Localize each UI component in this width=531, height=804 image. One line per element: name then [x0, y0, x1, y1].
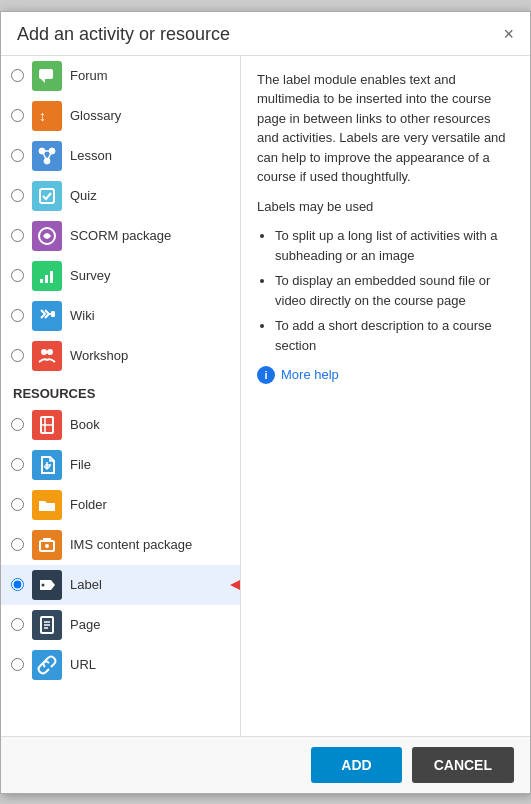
- lesson-icon: [32, 141, 62, 171]
- svg-rect-11: [40, 279, 43, 283]
- radio-url[interactable]: [11, 658, 24, 671]
- svg-marker-24: [230, 565, 241, 605]
- resources-section-label: RESOURCES: [1, 376, 240, 405]
- activity-item-quiz[interactable]: Quiz: [1, 176, 240, 216]
- radio-glossary[interactable]: [11, 109, 24, 122]
- lesson-label: Lesson: [70, 148, 112, 163]
- svg-point-15: [41, 349, 47, 355]
- activity-item-forum[interactable]: Forum: [1, 56, 240, 96]
- close-button[interactable]: ×: [503, 25, 514, 43]
- radio-file[interactable]: [11, 458, 24, 471]
- activity-item-workshop[interactable]: Workshop: [1, 336, 240, 376]
- cancel-button[interactable]: CANCEL: [412, 747, 514, 783]
- radio-page[interactable]: [11, 618, 24, 631]
- book-label: Book: [70, 417, 100, 432]
- url-label: URL: [70, 657, 96, 672]
- glossary-icon: ↕: [32, 101, 62, 131]
- scorm-label: SCORM package: [70, 228, 171, 243]
- workshop-label: Workshop: [70, 348, 128, 363]
- bullet-2: To display an embedded sound file or vid…: [275, 271, 514, 310]
- add-button[interactable]: ADD: [311, 747, 401, 783]
- svg-point-16: [47, 349, 53, 355]
- radio-wiki[interactable]: [11, 309, 24, 322]
- folder-icon: [32, 490, 62, 520]
- more-help-container: i More help: [257, 365, 514, 385]
- survey-label: Survey: [70, 268, 110, 283]
- radio-scorm[interactable]: [11, 229, 24, 242]
- modal-body: Forum ↕ Glossary: [1, 56, 530, 736]
- ims-icon: [32, 530, 62, 560]
- left-panel: Forum ↕ Glossary: [1, 56, 241, 736]
- radio-folder[interactable]: [11, 498, 24, 511]
- wiki-icon: [32, 301, 62, 331]
- radio-forum[interactable]: [11, 69, 24, 82]
- radio-ims[interactable]: [11, 538, 24, 551]
- label-icon: [32, 570, 62, 600]
- scorm-icon: [32, 221, 62, 251]
- resource-item-file[interactable]: File: [1, 445, 240, 485]
- description-bullet-intro: Labels may be used: [257, 197, 514, 217]
- svg-rect-14: [51, 311, 55, 317]
- description-text1: The label module enables text and multim…: [257, 70, 514, 187]
- file-icon: [32, 450, 62, 480]
- bullet-3: To add a short description to a course s…: [275, 316, 514, 355]
- label-label: Label: [70, 577, 102, 592]
- forum-icon: [32, 61, 62, 91]
- radio-lesson[interactable]: [11, 149, 24, 162]
- resource-item-folder[interactable]: Folder: [1, 485, 240, 525]
- quiz-icon: [32, 181, 62, 211]
- file-label: File: [70, 457, 91, 472]
- modal-dialog: Add an activity or resource × Forum: [0, 11, 531, 794]
- svg-rect-9: [40, 189, 54, 203]
- page-label: Page: [70, 617, 100, 632]
- radio-label[interactable]: [11, 578, 24, 591]
- svg-text:↕: ↕: [39, 108, 46, 124]
- activity-item-survey[interactable]: Survey: [1, 256, 240, 296]
- resource-item-ims[interactable]: IMS content package: [1, 525, 240, 565]
- book-icon: [32, 410, 62, 440]
- right-panel: The label module enables text and multim…: [241, 56, 530, 736]
- svg-rect-12: [45, 275, 48, 283]
- activity-item-glossary[interactable]: ↕ Glossary: [1, 96, 240, 136]
- page-icon: [32, 610, 62, 640]
- description-bullets: To split up a long list of activities wi…: [275, 226, 514, 355]
- resource-item-label[interactable]: Label: [1, 565, 240, 605]
- bullet-1: To split up a long list of activities wi…: [275, 226, 514, 265]
- workshop-icon: [32, 341, 62, 371]
- radio-survey[interactable]: [11, 269, 24, 282]
- activity-item-wiki[interactable]: Wiki: [1, 296, 240, 336]
- svg-marker-1: [41, 79, 45, 83]
- quiz-label: Quiz: [70, 188, 97, 203]
- modal-footer: ADD CANCEL: [1, 736, 530, 793]
- more-help-link[interactable]: More help: [281, 365, 339, 385]
- resource-item-page[interactable]: Page: [1, 605, 240, 645]
- activity-item-lesson[interactable]: Lesson: [1, 136, 240, 176]
- modal-header: Add an activity or resource ×: [1, 12, 530, 56]
- ims-label: IMS content package: [70, 537, 192, 552]
- forum-label: Forum: [70, 68, 108, 83]
- info-icon: i: [257, 366, 275, 384]
- activity-item-scorm[interactable]: SCORM package: [1, 216, 240, 256]
- survey-icon: [32, 261, 62, 291]
- modal-title: Add an activity or resource: [17, 24, 230, 45]
- glossary-label: Glossary: [70, 108, 121, 123]
- url-icon: [32, 650, 62, 680]
- svg-point-23: [42, 583, 45, 586]
- radio-book[interactable]: [11, 418, 24, 431]
- resource-item-url[interactable]: URL: [1, 645, 240, 685]
- resource-item-book[interactable]: Book: [1, 405, 240, 445]
- red-arrow: [230, 565, 241, 605]
- radio-quiz[interactable]: [11, 189, 24, 202]
- radio-workshop[interactable]: [11, 349, 24, 362]
- svg-rect-0: [39, 69, 53, 79]
- wiki-label: Wiki: [70, 308, 95, 323]
- svg-rect-13: [50, 271, 53, 283]
- svg-point-22: [45, 544, 49, 548]
- folder-label: Folder: [70, 497, 107, 512]
